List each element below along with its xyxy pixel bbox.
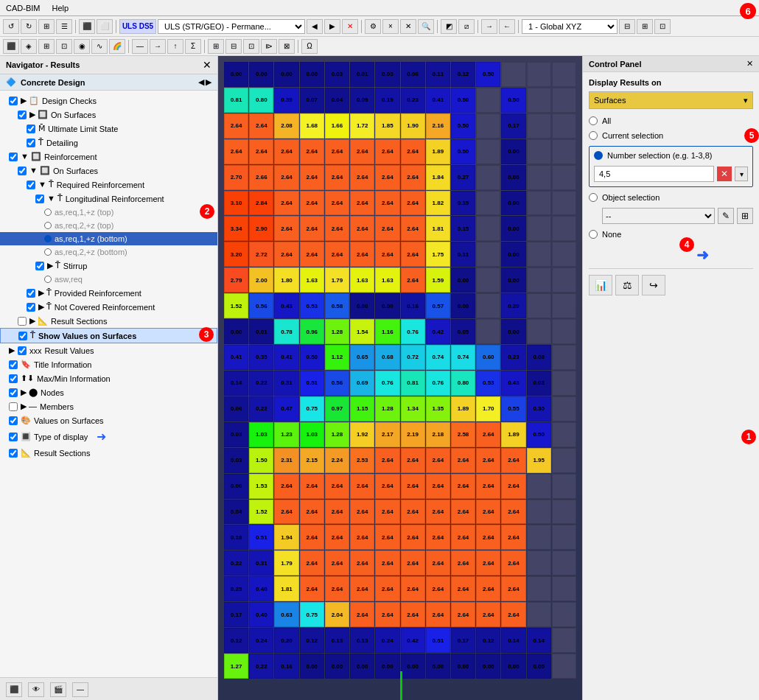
- cp-icon-3[interactable]: ↪: [642, 275, 665, 295]
- cb-values-surfaces[interactable]: [9, 416, 18, 425]
- radio-asw-req[interactable]: [44, 276, 52, 283]
- radio-current-selection[interactable]: Current selection 5: [589, 131, 753, 140]
- cb-design-checks[interactable]: [9, 97, 18, 105]
- tree-asreq1-bottom[interactable]: as,req,1,+z (bottom): [0, 232, 217, 245]
- tb2-3[interactable]: ⊞: [38, 39, 55, 54]
- number-arrow-btn[interactable]: ▾: [735, 167, 748, 181]
- nav-arrow-left[interactable]: ◀: [198, 77, 204, 87]
- cb-nodes[interactable]: [9, 388, 18, 397]
- radio-circle-current[interactable]: [589, 131, 598, 140]
- cb-not-covered[interactable]: [27, 303, 35, 312]
- nav-bottom-btn2[interactable]: 👁: [28, 682, 44, 697]
- cb-stirrup[interactable]: [35, 262, 44, 270]
- toolbar-btn-2[interactable]: ↻: [21, 19, 37, 34]
- cb-on-surfaces-2[interactable]: [18, 167, 27, 175]
- tb2-16[interactable]: ⊠: [279, 39, 295, 54]
- tree-asreq1-top[interactable]: as,req,1,+z (top) 2: [0, 206, 217, 219]
- tree-result-values[interactable]: ▶ xxx Result Values: [0, 343, 217, 357]
- tree-required-reinf[interactable]: ▼ T̄ Required Reinforcement: [0, 178, 217, 192]
- tb2-13[interactable]: ⊟: [225, 39, 242, 54]
- cb-maxmin-info[interactable]: [9, 374, 18, 383]
- tree-title-info[interactable]: 🔖 Title Information: [0, 357, 217, 371]
- toolbar-btn-10[interactable]: 🔍: [418, 19, 434, 34]
- radio-asreq1-top[interactable]: [44, 209, 52, 216]
- toolbar-btn-4[interactable]: ☰: [56, 19, 72, 34]
- tree-reinforcement[interactable]: ▼ 🔲 Reinforcement: [0, 150, 217, 164]
- radio-none[interactable]: None: [589, 230, 753, 239]
- radio-number-selection[interactable]: Number selection (e.g. 1-3,8): [594, 151, 748, 160]
- tb2-6[interactable]: ∿: [91, 39, 108, 54]
- cb-on-surfaces-1[interactable]: [18, 111, 27, 119]
- menu-help[interactable]: Help: [52, 4, 69, 13]
- toolbar-btn-17[interactable]: ⊡: [654, 19, 671, 34]
- tree-asreq2-top[interactable]: as,req,2,+z (top): [0, 219, 217, 232]
- menu-cad-bim[interactable]: CAD-BIM: [6, 4, 40, 13]
- toolbar-btn-5[interactable]: ⬛: [79, 19, 95, 34]
- tb2-14[interactable]: ⊡: [243, 39, 259, 54]
- tb2-15[interactable]: ⧐: [261, 39, 277, 54]
- nav-bottom-btn1[interactable]: ⬛: [6, 682, 22, 697]
- radio-asreq2-top[interactable]: [44, 222, 52, 229]
- object-select-btn[interactable]: ⊞: [737, 208, 753, 224]
- tree-maxmin-info[interactable]: ⬆⬇ Max/Min Information: [0, 371, 217, 385]
- toolbar-btn-11[interactable]: ◩: [441, 19, 457, 34]
- tree-detailing[interactable]: T̄ Detailing: [0, 136, 217, 150]
- uls-btn[interactable]: ULS DS5: [119, 19, 156, 34]
- tree-provided-reinf[interactable]: ▶ T̄ Provided Reinforcement: [0, 286, 217, 300]
- tree-show-values[interactable]: T̄ Show Values on Surfaces 3: [0, 328, 217, 343]
- cb-reinforcement[interactable]: [9, 153, 18, 161]
- toolbar-btn-1[interactable]: ↺: [3, 19, 19, 34]
- toolbar-btn-16[interactable]: ⊞: [637, 19, 653, 34]
- toolbar-btn-9[interactable]: ✕: [400, 19, 416, 34]
- prev-btn[interactable]: ◀: [307, 19, 323, 34]
- radio-circle-object[interactable]: [589, 193, 598, 202]
- cb-show-values[interactable]: [18, 332, 27, 340]
- toolbar-btn-13[interactable]: →: [481, 19, 497, 34]
- cb-provided-reinf[interactable]: [27, 289, 35, 298]
- surfaces-dropdown[interactable]: Surfaces ▾: [589, 91, 753, 109]
- tree-on-surfaces-2[interactable]: ▼ 🔲 On Surfaces: [0, 164, 217, 178]
- tb2-5[interactable]: ◉: [74, 39, 90, 54]
- cb-result-values[interactable]: [18, 346, 27, 355]
- toolbar-btn-8[interactable]: ×: [382, 19, 399, 34]
- cp-icon-2[interactable]: ⚖: [615, 275, 639, 295]
- tree-type-display[interactable]: 🔳 Type of display ➜ 1: [0, 427, 217, 446]
- next-btn[interactable]: ▶: [324, 19, 340, 34]
- control-panel-close[interactable]: ✕: [746, 59, 753, 69]
- tree-uls[interactable]: M̄ Ultimate Limit State: [0, 122, 217, 136]
- nav-bottom-btn4[interactable]: —: [72, 682, 88, 697]
- tree-values-surfaces[interactable]: 🎨 Values on Surfaces: [0, 413, 217, 427]
- tb2-10[interactable]: ↑: [167, 39, 183, 54]
- tb2-8[interactable]: —: [132, 39, 148, 54]
- toolbar-btn-6[interactable]: ⬜: [97, 19, 113, 34]
- radio-asreq2-bottom[interactable]: [44, 248, 52, 256]
- toolbar-btn-3[interactable]: ⊞: [38, 19, 55, 34]
- nav-close-btn[interactable]: ✕: [203, 59, 211, 71]
- toolbar-btn-15[interactable]: ⊟: [619, 19, 635, 34]
- object-select[interactable]: --: [602, 208, 715, 224]
- tree-result-sections-top[interactable]: ▶ 📐 Result Sections: [0, 314, 217, 328]
- tb2-4[interactable]: ⊡: [56, 39, 72, 54]
- cb-uls[interactable]: [27, 125, 35, 133]
- tree-asw-req[interactable]: asw,req: [0, 273, 217, 286]
- radio-object-selection[interactable]: Object selection: [589, 193, 753, 202]
- cb-members[interactable]: [9, 402, 18, 411]
- tb2-7[interactable]: 🌈: [109, 39, 125, 54]
- tree-asreq2-bottom[interactable]: as,req,2,+z (bottom): [0, 245, 217, 259]
- cb-long-reinf[interactable]: [35, 195, 44, 203]
- cb-title-info[interactable]: [9, 360, 18, 369]
- toolbar-btn-7[interactable]: ⚙: [365, 19, 381, 34]
- radio-circle-none[interactable]: [589, 230, 598, 239]
- tb2-9[interactable]: →: [150, 39, 166, 54]
- toolbar-btn-12[interactable]: ⧄: [458, 19, 475, 34]
- cp-icon-1[interactable]: 📊: [589, 275, 612, 295]
- radio-circle-all[interactable]: [589, 116, 598, 125]
- object-edit-btn[interactable]: ✎: [718, 208, 734, 224]
- radio-all[interactable]: All: [589, 116, 753, 125]
- number-input[interactable]: [594, 166, 714, 182]
- analysis-dropdown[interactable]: ULS (STR/GEO) - Permane...: [158, 19, 305, 34]
- tree-not-covered[interactable]: ▶ T̄ Not Covered Reinforcement: [0, 300, 217, 314]
- tree-on-surfaces-1[interactable]: ▶ 🔲 On Surfaces: [0, 108, 217, 122]
- tb2-1[interactable]: ⬛: [3, 39, 19, 54]
- tree-nodes[interactable]: ▶ ⬤ Nodes: [0, 385, 217, 399]
